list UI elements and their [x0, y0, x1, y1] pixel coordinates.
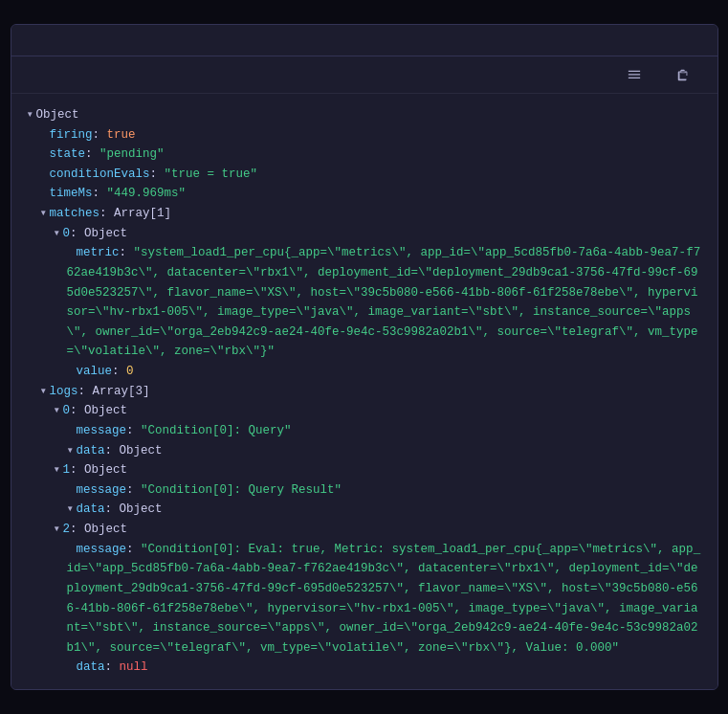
- json-value: "449.969ms": [107, 187, 187, 200]
- json-key: state: [50, 147, 86, 161]
- json-value: "pending": [99, 147, 165, 161]
- json-value: Object: [84, 227, 127, 240]
- close-button[interactable]: [687, 38, 698, 42]
- json-line: conditionEvals: "true = true": [27, 165, 702, 185]
- json-key: message: [77, 424, 127, 437]
- json-key: logs: [50, 385, 78, 398]
- json-line: ▾2: Object: [27, 520, 702, 540]
- json-line: metric: "system_load1_per_cpu{_app=\"met…: [27, 243, 702, 362]
- json-value: null: [120, 660, 148, 674]
- json-line: ▾data: Object: [27, 500, 702, 520]
- json-value: Object: [120, 444, 163, 457]
- expand-icon: [628, 68, 641, 81]
- json-key: 0: [63, 227, 71, 240]
- toggle-arrow[interactable]: ▾: [27, 105, 36, 125]
- json-value: "Condition[0]: Query": [141, 424, 292, 437]
- json-line: state: "pending": [27, 145, 702, 165]
- json-key: value: [77, 365, 113, 378]
- toggle-arrow[interactable]: ▾: [54, 224, 63, 244]
- json-value: "Condition[0]: Eval: true, Metric: syste…: [67, 543, 701, 655]
- toggle-arrow[interactable]: ▾: [40, 204, 50, 224]
- modal-toolbar: [11, 56, 717, 94]
- json-value: Array[3]: [93, 385, 150, 398]
- json-line: ▾logs: Array[3]: [27, 382, 702, 402]
- json-value: 0: [126, 365, 134, 378]
- toggle-arrow[interactable]: ▾: [54, 401, 63, 421]
- json-line: message: "Condition[0]: Eval: true, Metr…: [27, 540, 702, 658]
- json-line: ▾matches: Array[1]: [27, 204, 702, 224]
- json-key: message: [77, 483, 127, 497]
- toggle-arrow[interactable]: ▾: [54, 460, 63, 480]
- json-line: timeMs: "449.969ms": [27, 184, 702, 204]
- json-line: data: null: [27, 658, 702, 678]
- json-key: metric: [77, 246, 120, 259]
- json-key: data: [77, 660, 105, 674]
- json-value: Array[1]: [114, 207, 171, 220]
- json-line: value: 0: [27, 362, 702, 382]
- toggle-arrow[interactable]: ▾: [67, 441, 77, 461]
- json-viewer[interactable]: ▾Objectfiring: truestate: "pending"condi…: [11, 94, 717, 689]
- copy-to-clipboard-button[interactable]: [669, 64, 702, 85]
- json-line: message: "Condition[0]: Query Result": [27, 480, 702, 501]
- json-line: message: "Condition[0]: Query": [27, 421, 702, 441]
- json-value: true: [107, 128, 136, 142]
- expand-all-button[interactable]: [620, 64, 653, 85]
- json-line: ▾0: Object: [27, 224, 702, 244]
- json-line: ▾1: Object: [27, 460, 702, 480]
- json-line: ▾data: Object: [27, 441, 702, 461]
- json-key: conditionEvals: [50, 167, 150, 181]
- toggle-arrow[interactable]: ▾: [54, 520, 63, 540]
- json-value: "system_load1_per_cpu{_app=\"metrics\", …: [67, 246, 701, 358]
- modal-header: [11, 25, 717, 56]
- json-value: Object: [84, 463, 127, 477]
- json-key: matches: [50, 207, 100, 220]
- json-key: firing: [50, 128, 93, 142]
- json-line: firing: true: [27, 125, 702, 145]
- toggle-arrow[interactable]: ▾: [40, 382, 50, 402]
- json-key: data: [77, 502, 105, 516]
- modal-overlay: ▾Objectfiring: truestate: "pending"condi…: [0, 0, 728, 714]
- json-key: 2: [63, 523, 71, 536]
- json-key: timeMs: [50, 187, 93, 200]
- json-value: Object: [84, 404, 127, 417]
- toggle-arrow[interactable]: ▾: [67, 500, 77, 520]
- json-key: message: [77, 543, 127, 556]
- json-key: 1: [63, 463, 71, 477]
- json-value: Object: [84, 523, 127, 536]
- testing-rule-modal: ▾Objectfiring: truestate: "pending"condi…: [11, 24, 718, 690]
- json-line: ▾Object: [27, 105, 702, 125]
- json-value: "Condition[0]: Query Result": [141, 483, 342, 497]
- json-line: ▾0: Object: [27, 401, 702, 421]
- json-value: Object: [36, 108, 79, 122]
- json-key: 0: [63, 404, 71, 417]
- json-key: data: [77, 444, 105, 457]
- json-value: "true = true": [165, 167, 258, 181]
- clipboard-icon: [676, 68, 690, 81]
- json-value: Object: [120, 502, 163, 516]
